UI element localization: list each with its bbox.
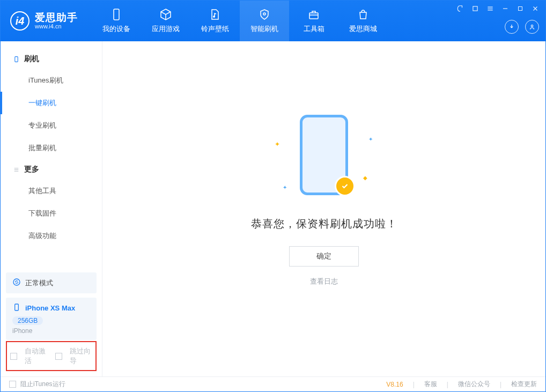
nav-label: 应用游戏 [152, 24, 180, 34]
footer-link-check-update[interactable]: 检查更新 [511, 380, 537, 389]
content-area: ✦ ✦ ✦ ◆ 恭喜您，保资料刷机成功啦！ 确定 查看日志 [102, 41, 545, 376]
device-storage: 256GB [12, 316, 43, 325]
nav-label: 智能刷机 [250, 24, 278, 34]
mode-label: 正常模式 [25, 278, 53, 288]
device-icon [12, 303, 21, 313]
shield-icon [258, 8, 271, 21]
sidebar-item-download-firmware[interactable]: 下载固件 [28, 202, 102, 225]
nav-label: 铃声壁纸 [201, 24, 229, 34]
confirm-button[interactable]: 确定 [289, 246, 359, 267]
svg-rect-3 [309, 13, 318, 19]
version-label: V8.16 [386, 381, 403, 388]
nav-label: 我的设备 [102, 24, 130, 34]
download-button[interactable] [505, 20, 519, 34]
sidebar-item-advanced[interactable]: 高级功能 [28, 225, 102, 247]
svg-rect-9 [15, 304, 19, 310]
auto-activate-label: 自动激活 [25, 346, 48, 366]
skin-icon[interactable] [470, 4, 480, 13]
checkbox-skip-wizard[interactable] [55, 353, 62, 360]
checkbox-auto-activate[interactable] [10, 353, 17, 360]
sync-icon [12, 278, 21, 288]
device-icon [110, 8, 123, 21]
nav-ringtone-wallpaper[interactable]: 铃声壁纸 [190, 1, 240, 41]
footer-link-wechat[interactable]: 微信公众号 [458, 380, 490, 389]
footer-link-support[interactable]: 客服 [424, 380, 437, 389]
sidebar-group-more: 更多 [1, 159, 102, 180]
svg-rect-7 [14, 56, 17, 62]
brand-logo: i4 爱思助手 www.i4.cn [1, 1, 87, 41]
skip-wizard-label: 跳过向导 [70, 346, 93, 366]
svg-rect-5 [519, 7, 522, 11]
device-type: iPhone [12, 327, 90, 335]
success-illustration: ✦ ✦ ✦ ◆ [270, 115, 378, 206]
maximize-button[interactable] [515, 4, 525, 13]
music-file-icon [209, 8, 222, 21]
svg-point-6 [531, 25, 533, 27]
sidebar-item-oneclick-flash[interactable]: 一键刷机 [28, 92, 102, 114]
status-bar: 阻止iTunes运行 V8.16 | 客服 | 微信公众号 | 检查更新 [1, 376, 545, 391]
sidebar-item-batch-flash[interactable]: 批量刷机 [28, 137, 102, 159]
brand-url: www.i4.cn [35, 23, 78, 29]
device-name: iPhone XS Max [25, 304, 75, 312]
highlighted-options-row: 自动激活 跳过向导 [6, 341, 97, 371]
title-bar: i4 爱思助手 www.i4.cn 我的设备 应用游戏 铃声壁纸 智能刷机 工具… [1, 1, 545, 41]
svg-rect-0 [114, 9, 119, 20]
svg-point-8 [13, 279, 20, 285]
sidebar-item-itunes-flash[interactable]: iTunes刷机 [28, 69, 102, 92]
sidebar: 刷机 iTunes刷机 一键刷机 专业刷机 批量刷机 更多 其他工具 下载固件 … [1, 41, 102, 376]
menu-icon[interactable] [485, 4, 495, 13]
nav-my-device[interactable]: 我的设备 [92, 1, 141, 41]
cube-icon [159, 8, 172, 21]
nav-label: 工具箱 [304, 24, 324, 34]
theme-icon[interactable] [455, 4, 465, 13]
user-button[interactable] [525, 20, 539, 34]
header-actions [505, 20, 539, 34]
minimize-button[interactable] [500, 4, 510, 13]
mode-card[interactable]: 正常模式 [6, 272, 97, 293]
list-icon [12, 166, 20, 173]
svg-point-2 [263, 13, 265, 15]
block-itunes-label: 阻止iTunes运行 [20, 380, 65, 389]
brand-title: 爱思助手 [35, 12, 78, 24]
checkbox-block-itunes[interactable] [9, 381, 16, 388]
close-button[interactable] [530, 4, 540, 13]
nav-smart-flash[interactable]: 智能刷机 [240, 1, 289, 41]
sidebar-group-flash: 刷机 [1, 49, 102, 69]
toolbox-icon [307, 8, 320, 21]
nav-label: 爱思商城 [349, 24, 377, 34]
window-controls [455, 4, 540, 13]
check-badge-icon [335, 176, 355, 196]
store-icon [357, 8, 370, 21]
nav-apps-games[interactable]: 应用游戏 [141, 1, 190, 41]
phone-outline-icon [12, 55, 20, 63]
logo-icon: i4 [10, 11, 29, 31]
sidebar-item-other-tools[interactable]: 其他工具 [28, 180, 102, 202]
svg-point-1 [213, 16, 215, 18]
nav-store[interactable]: 爱思商城 [338, 1, 388, 41]
device-card[interactable]: iPhone XS Max 256GB iPhone [6, 298, 97, 340]
svg-rect-4 [473, 6, 477, 11]
sidebar-item-pro-flash[interactable]: 专业刷机 [28, 114, 102, 137]
view-log-link[interactable]: 查看日志 [310, 277, 338, 285]
success-message: 恭喜您，保资料刷机成功啦！ [217, 217, 431, 231]
main-nav: 我的设备 应用游戏 铃声壁纸 智能刷机 工具箱 爱思商城 [92, 1, 388, 41]
nav-toolbox[interactable]: 工具箱 [289, 1, 338, 41]
